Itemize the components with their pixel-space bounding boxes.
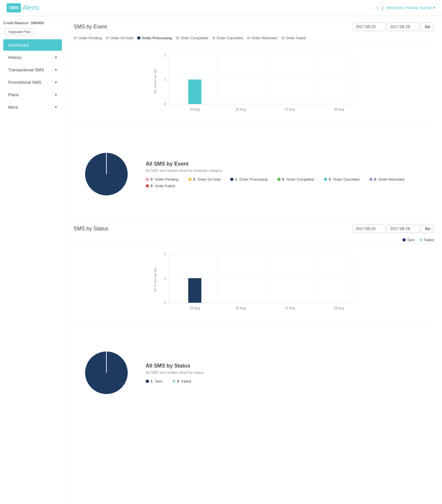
event-date-to[interactable] xyxy=(387,23,420,31)
sms-by-event-section: SMS by Event Go Order Pending Order On-h… xyxy=(74,23,434,125)
svg-text:25 Aug: 25 Aug xyxy=(190,108,200,111)
user-menu[interactable]: Welcome Pankaj Kumar ▾ xyxy=(386,5,435,10)
main-content: SMS by Event Go Order Pending Order On-h… xyxy=(65,16,442,502)
pie-completed-dot xyxy=(277,178,281,181)
home-icon[interactable]: ⌂ xyxy=(376,5,379,11)
status-sent-pie-dot xyxy=(146,380,149,383)
pie-failed-label: Order Failed xyxy=(155,184,175,188)
svg-text:28 Aug: 28 Aug xyxy=(334,306,344,310)
svg-text:0: 0 xyxy=(164,102,166,106)
history-arrow-icon: ▾ xyxy=(55,55,57,60)
status-failed-pie-count: 0 xyxy=(177,379,179,383)
pie-pending-dot xyxy=(146,178,149,181)
status-pie-wrapper xyxy=(80,347,133,400)
status-failed-pie-label: Failed xyxy=(181,379,191,383)
pie-legend-refunded: 0 Order Refunded xyxy=(369,177,404,181)
status-pie-info: All SMS by Status All SMS sent broken do… xyxy=(146,363,427,383)
order-failed-dot xyxy=(281,36,285,40)
pie-processing-count: 1 xyxy=(235,177,237,181)
status-go-button[interactable]: Go xyxy=(421,225,434,233)
order-onhold-dot xyxy=(106,36,109,40)
order-onhold-label: Order On-hold xyxy=(110,36,133,40)
event-bar-chart-svg: 2 1 0 No. of sms per day 25 Aug 26 Aug 2… xyxy=(74,48,434,120)
order-processing-dot xyxy=(137,36,140,40)
pie-legend-onhold: 0 Order On-hold xyxy=(188,177,220,181)
logo-box: SMS xyxy=(7,3,21,12)
pie-processing-label: Order Processing xyxy=(239,177,267,181)
pie-legend-pending: 0 Order Pending xyxy=(146,177,178,181)
sidebar-item-promotional[interactable]: Promotional SMS ▾ xyxy=(3,77,62,88)
status-date-to[interactable] xyxy=(387,225,420,233)
pie-legend-processing: 1 Order Processing xyxy=(230,177,267,181)
header-right: ⌂ | Welcome Pankaj Kumar ▾ xyxy=(376,5,435,11)
status-sent-legend: Sent xyxy=(402,238,414,242)
failed-dot xyxy=(419,238,423,242)
order-refunded-dot xyxy=(247,36,250,40)
logo-sms: SMS xyxy=(9,5,18,10)
plans-arrow-icon: ▾ xyxy=(55,93,57,97)
event-pie-legend: 0 Order Pending 0 Order On-hold 1 Order … xyxy=(146,177,427,188)
order-pending-label: Order Pending xyxy=(78,36,102,40)
svg-text:No. of sms per day: No. of sms per day xyxy=(154,68,157,93)
pie-onhold-count: 0 xyxy=(193,177,195,181)
order-cancelled-label: Order Cancelled xyxy=(217,36,243,40)
pie-pending-count: 0 xyxy=(151,177,153,181)
pie-legend-cancelled: 0 Order Cancelled xyxy=(324,177,359,181)
credit-info: Credit Balance: 399/400 xyxy=(3,21,44,25)
more-arrow-icon: ▾ xyxy=(55,105,57,109)
pie-legend-failed: 0 Order Failed xyxy=(146,184,175,188)
status-bar-chart-svg: 2 1 0 No. of sms per day 25 Aug 26 Aug 2… xyxy=(74,247,434,319)
event-go-button[interactable]: Go xyxy=(421,23,434,31)
sidebar-item-transactional[interactable]: Transactional SMS ▾ xyxy=(3,64,62,76)
svg-text:27 Aug: 27 Aug xyxy=(285,306,295,310)
order-failed-label: Order Failed xyxy=(286,36,306,40)
transactional-arrow-icon: ▾ xyxy=(55,68,57,72)
bar-25aug xyxy=(188,80,201,104)
legend-order-failed: Order Failed xyxy=(281,36,306,40)
svg-text:27 Aug: 27 Aug xyxy=(285,108,295,111)
upgrade-button[interactable]: Upgrade Plan xyxy=(5,28,34,35)
logo: SMS Alerts xyxy=(7,3,39,12)
pie-failed-dot xyxy=(146,184,149,188)
sms-by-event-header: SMS by Event Go xyxy=(74,23,434,31)
sidebar-plans-label: Plans xyxy=(8,92,19,97)
order-pending-dot xyxy=(74,36,77,40)
status-date-from[interactable] xyxy=(353,225,385,233)
credit-label: Credit Balance: xyxy=(3,21,30,25)
sms-by-status-header: SMS by Status Go xyxy=(74,225,434,233)
pie-cancelled-dot xyxy=(324,178,327,181)
failed-label: Failed xyxy=(424,238,434,242)
sidebar-item-history[interactable]: History ▾ xyxy=(3,52,62,63)
event-date-from[interactable] xyxy=(353,23,385,31)
pie-refunded-dot xyxy=(369,178,373,181)
event-pie-subtitle: All SMS sent broken down by template cat… xyxy=(146,169,427,172)
status-pie-subtitle: All SMS sent broken down by status xyxy=(146,370,427,374)
sent-dot xyxy=(402,238,406,242)
section-divider-1 xyxy=(74,218,434,218)
order-completed-dot xyxy=(176,36,179,40)
header-divider: | xyxy=(382,5,383,10)
status-bar-25aug xyxy=(188,278,201,303)
sidebar-item-plans[interactable]: Plans ▾ xyxy=(3,89,62,100)
sms-by-status-section: SMS by Status Go Sent Failed xyxy=(74,225,434,324)
pie-processing-dot xyxy=(230,178,233,181)
sms-by-status-title: SMS by Status xyxy=(74,226,108,232)
svg-text:0: 0 xyxy=(164,301,166,305)
sidebar-item-more[interactable]: More ▾ xyxy=(3,101,62,113)
status-pie-chart xyxy=(80,347,133,399)
logo-alerts: Alerts xyxy=(22,4,39,11)
sidebar-promotional-label: Promotional SMS xyxy=(8,80,41,85)
event-bar-chart-container: 2 1 0 No. of sms per day 25 Aug 26 Aug 2… xyxy=(74,45,434,125)
svg-text:1: 1 xyxy=(164,277,166,280)
sidebar: Credit Balance: 399/400 Upgrade Plan Das… xyxy=(0,16,65,502)
pie-completed-count: 0 xyxy=(282,177,284,181)
sent-label: Sent xyxy=(407,238,414,242)
all-sms-by-event-section: All SMS by Event All SMS sent broken dow… xyxy=(74,138,434,211)
layout: Credit Balance: 399/400 Upgrade Plan Das… xyxy=(0,16,442,502)
pie-cancelled-count: 0 xyxy=(329,177,331,181)
order-completed-label: Order Completed xyxy=(180,36,208,40)
header: SMS Alerts ⌂ | Welcome Pankaj Kumar ▾ xyxy=(0,0,442,16)
svg-text:26 Aug: 26 Aug xyxy=(235,306,246,310)
sidebar-item-dashboard[interactable]: Dashboard xyxy=(3,39,62,51)
status-date-controls: Go xyxy=(353,225,434,233)
